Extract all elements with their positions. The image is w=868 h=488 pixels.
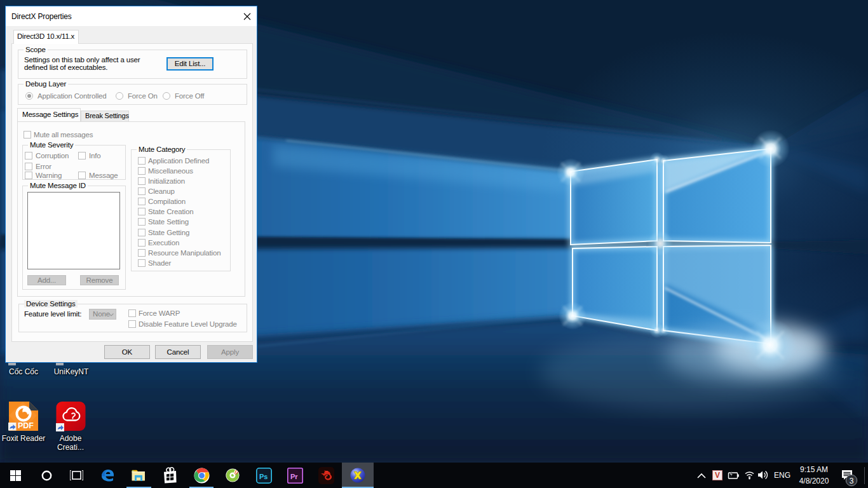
svg-text:3: 3 [850,477,854,485]
svg-text:PDF: PDF [18,421,34,430]
svg-text:Pr: Pr [290,472,298,480]
svg-text:Ps: Ps [259,472,268,480]
